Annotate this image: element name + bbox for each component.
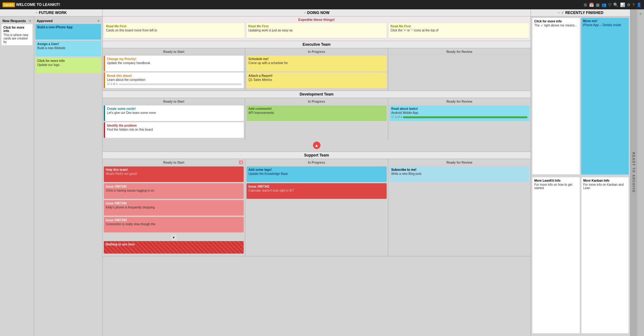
card-click-more-info[interactable]: Click for more info This is where new ca… — [1, 24, 33, 45]
dev-ready-for-review-lane: Ready for Review Read about tasks! Andro… — [388, 98, 531, 140]
future-work-body: New Requests + Click for more info This … — [0, 16, 102, 336]
card-break-down[interactable]: Break this down! Learn about the competi… — [104, 72, 244, 88]
add-column-btn[interactable]: + — [639, 11, 642, 17]
user-icon[interactable]: 👤 — [637, 2, 642, 7]
recently-finished-header: − ✓ RECENTLY FINISHED — [531, 9, 630, 16]
card-body: Write a new Blog post — [391, 172, 527, 175]
card-body: Click the '+' or '-' icons at the top of — [390, 29, 527, 32]
card-help-team[interactable]: Help this team! Woah! Red's not good! — [104, 166, 244, 182]
recently-finished-body: Click for more info The ✓ right above me… — [531, 16, 630, 336]
card-more-kanban-info[interactable]: More Kanban Info For more info on Kanban… — [581, 177, 629, 334]
archive-label: READY TO ARCHIVE — [630, 9, 637, 336]
new-requests-lane: New Requests + Click for more info This … — [0, 16, 34, 336]
card-body: For more info on Kanban and Lean — [583, 183, 627, 190]
card-title: Click for more info — [37, 59, 99, 63]
card-issue-987342[interactable]: Issue #987342 Calendar doesn't look righ… — [246, 183, 386, 199]
card-read-me-3[interactable]: Read Me First Click the '+' or '-' icons… — [388, 23, 529, 38]
chart-icon[interactable]: 📊 — [620, 2, 625, 7]
future-work-header: − FUTURE WORK — [0, 9, 102, 16]
card-body: Learn about the competition — [107, 78, 242, 82]
card-assign-user[interactable]: Assign a User! Build a new Website — [35, 41, 101, 56]
card-title: Read Me First — [106, 25, 243, 28]
executive-team-lanes: Ready to Start Change my Priority! Updat… — [103, 48, 531, 91]
card-add-tags[interactable]: Add some tags! Update the Knowledge Base — [246, 166, 386, 182]
approved-add-btn[interactable]: + — [97, 19, 100, 23]
card-body: This is where new cards are created by — [3, 33, 30, 44]
leankit-logo: leankit — [2, 2, 15, 7]
calendar-icon[interactable]: 📅 — [589, 2, 594, 7]
expedite-cards: Read Me First Cards on this board move f… — [104, 23, 529, 40]
support-team-section: Support Team Ready to Start 4 Help this … — [103, 152, 531, 256]
new-requests-add-btn[interactable]: + — [29, 19, 31, 23]
card-change-priority[interactable]: Change my Priority! Update the company h… — [104, 56, 244, 71]
settings-icon[interactable]: ⚙ — [627, 2, 631, 7]
card-more-leankit-info[interactable]: More LeanKit Info For more info on how t… — [532, 177, 580, 334]
card-title: More Kanban Info — [583, 179, 627, 182]
exec-in-progress-header: In Progress — [246, 49, 386, 54]
card-title: Build a new iPhone App — [37, 26, 99, 29]
support-down-arrow-btn[interactable]: ▾ — [171, 234, 177, 240]
card-body: Updating work is just as easy as — [248, 29, 385, 32]
card-add-comments[interactable]: Add comments! API Improvements — [246, 105, 386, 121]
support-team-lanes: Ready to Start 4 Help this team! Woah! R… — [103, 159, 531, 256]
future-work-column: − FUTURE WORK New Requests + Click for m… — [0, 9, 103, 336]
card-read-me-1[interactable]: Read Me First Cards on this board move f… — [104, 23, 245, 38]
dev-up-arrow-btn[interactable]: ▲ — [313, 142, 320, 149]
card-title: Read Me First — [390, 25, 527, 28]
progress-bar — [403, 116, 527, 118]
card-body: For more info on how to get started — [534, 183, 578, 190]
card-body: Find the hidden risk on this board — [107, 128, 242, 131]
support-team-header: Support Team — [103, 152, 531, 159]
card-nothing-to-see[interactable]: Nothing to see here — [104, 241, 244, 254]
card-subscribe[interactable]: Subscribe to me! Write a new Blog post — [389, 166, 529, 182]
card-identify-problem[interactable]: Identify the problem Find the hidden ris… — [104, 122, 244, 138]
card-issue-987343[interactable]: Issue #987343 Chris is having issues log… — [104, 183, 244, 199]
card-read-tasks[interactable]: Read about tasks! Android Mobile App ☑ 4… — [389, 105, 529, 121]
card-title: Nothing to see here — [106, 243, 242, 246]
card-create-cards[interactable]: Create some cards! Let's give our Dev te… — [104, 105, 244, 121]
card-iphone-app[interactable]: Build a new iPhone App — [35, 24, 101, 40]
card-issue-987344[interactable]: Issue #987344 Connection is really slow … — [104, 217, 244, 232]
card-attach-report[interactable]: Attach a Report! Q1 Sales Metrics — [246, 72, 386, 88]
card-read-me-2[interactable]: Read Me First Updating work is just as e… — [246, 23, 387, 38]
card-issue-987345[interactable]: Issue #987345 Kelly's phone is frequentl… — [104, 200, 244, 216]
future-work-title: FUTURE WORK — [39, 11, 67, 15]
card-title: Move me! — [583, 19, 627, 23]
card-move-me[interactable]: Move me! iPhone App -- Details inside — [581, 18, 629, 175]
dev-in-progress-lane: In Progress Add comments! API Improvemen… — [245, 98, 388, 140]
doing-now-title: DOING NOW — [307, 11, 329, 15]
recently-collapse-btn[interactable]: − — [558, 11, 560, 15]
progress-check-icon: ☑ — [107, 82, 110, 86]
cards-icon[interactable]: ▦ — [596, 2, 600, 7]
card-click-more-info-rf[interactable]: Click for more info The ✓ right above me… — [532, 18, 580, 175]
card-update-logo[interactable]: Click for more info Update our logo. — [35, 58, 101, 73]
card-body: Come up with a schedule for — [248, 61, 384, 65]
approved-header: Approved + — [35, 18, 101, 24]
card-schedule-me[interactable]: Schedule me! Come up with a schedule for — [246, 56, 386, 71]
new-requests-header: New Requests + — [1, 18, 33, 24]
card-title: Help this team! — [106, 168, 242, 171]
doing-now-column: − DOING NOW Expedite these things! Read … — [103, 9, 531, 336]
executive-team-header: Executive Team — [103, 41, 531, 48]
progress-bar-container — [403, 116, 527, 118]
wip-badge: 4 — [239, 161, 243, 164]
card-body: iPhone App -- Details inside — [583, 23, 627, 27]
recently-check-icon: ✓ — [561, 11, 564, 15]
dev-team-section: Development Team Ready to Start Create s… — [103, 91, 531, 152]
future-collapse-btn[interactable]: − — [35, 11, 38, 15]
search-icon[interactable]: 🔍 — [613, 2, 618, 7]
help-icon[interactable]: ? — [632, 2, 635, 7]
progress-row: ☑ 4 of 4 — [391, 115, 527, 119]
people-icon[interactable]: 👥 — [601, 2, 606, 7]
filter-icon[interactable]: ▽ — [608, 2, 611, 7]
doing-now-body: Expedite these things! Read Me First Car… — [103, 16, 531, 336]
card-body: The ✓ right above me means... — [534, 24, 578, 27]
card-title: Issue #987343 — [106, 185, 242, 188]
card-title: Issue #987344 — [106, 218, 242, 222]
card-title: Subscribe to me! — [391, 168, 527, 171]
brand: leankit WELCOME TO LEANKIT! — [2, 2, 60, 7]
grid-icon[interactable]: ⊞ — [584, 2, 587, 7]
doing-collapse-btn[interactable]: − — [304, 11, 306, 15]
dev-team-lanes: Ready to Start Create some cards! Let's … — [103, 98, 531, 140]
card-title: Identify the problem — [107, 124, 242, 127]
